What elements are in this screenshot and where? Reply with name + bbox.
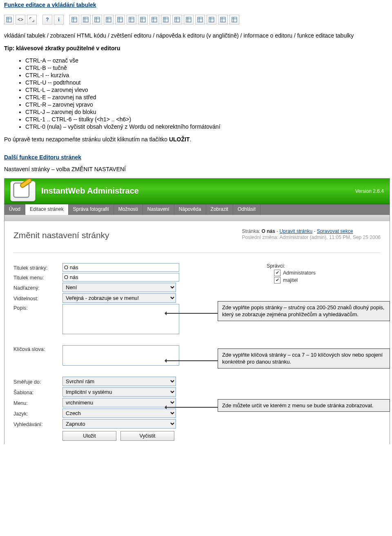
toolbar-description: vkládání tabulek / zobrazení HTML kódu /… [4,32,388,40]
menu-item-úvod[interactable]: Úvod [4,204,25,215]
svg-rect-15 [118,17,122,22]
menu-item-možnosti[interactable]: Možnosti [114,204,143,215]
shortcut-item: CTRL-E – zarovnej na střed [25,94,388,100]
table-grid2-icon[interactable] [229,15,239,25]
label-language: Jazyk: [13,410,62,417]
row-insert-after-icon[interactable] [138,15,148,25]
code-brackets-icon[interactable]: <> [16,15,25,25]
cell-props-icon[interactable] [184,15,194,25]
table-icon[interactable] [4,15,14,25]
label-description: Popis: [13,304,62,311]
shortcut-item: CTRL-J – zarovnej do bloku [25,109,388,115]
label-menu-title: Titulek menu: [13,274,62,281]
callout-menu-text: Zde můžete určit ve kterém z menu se bud… [222,402,374,409]
shortcut-item: CTRL-I -- kurzíva [25,72,388,78]
table-props-icon[interactable] [81,15,91,25]
select-visibility[interactable]: Veřejná - zobrazuje se v menu! [62,293,176,303]
save-button[interactable]: Uložit [62,431,116,441]
admin-name-1: Administrators [283,270,316,276]
select-search[interactable]: Zapnuto [62,419,176,429]
row-delete-icon[interactable] [149,15,159,25]
svg-rect-39 [209,17,214,22]
save-instruction-strong: ULOŽIT [169,136,190,143]
link-edit-page[interactable]: Upravit stránku [280,228,313,234]
menu-item-nápověda[interactable]: Nápověda [174,204,206,215]
save-instruction: Po úpravě textu nezapomeňte stránku ulož… [4,136,388,143]
menu-item-nastavení[interactable]: Nastavení [143,204,174,215]
shortcut-item: CTRL-L – zarovnej vlevo [25,87,388,93]
section-heading-tables: Funkce editace a vkládání tabulek [4,2,96,8]
input-page-title[interactable] [62,263,179,272]
table-row-icon[interactable] [161,15,171,25]
save-instruction-pre: Po úpravě textu nezapomeňte stránku ulož… [4,136,169,143]
callout-description-text: Zde vyplňte popis stránky – stručný cca … [222,304,384,318]
label-page-title: Titulek stránky: [13,264,62,271]
link-manage-sections[interactable]: Spravovat sekce [317,228,353,234]
app-logo-icon [10,181,36,201]
label-keywords: Klíčová slova: [13,345,62,352]
clear-button[interactable]: Vyčistit [120,431,174,441]
shortcut-item: CTRL-A -- označ vše [25,57,388,64]
menu-item-editace-stránek[interactable]: Editace stránek [25,204,69,215]
input-menu-title[interactable] [62,273,179,281]
svg-rect-27 [163,17,168,22]
textarea-keywords[interactable] [62,345,179,366]
merge-cells-icon[interactable] [195,15,205,25]
shortcut-item: CTRL-1 .. CTRL-6 -- titulky (<h1> .. <h6… [25,116,388,123]
meta-dash-1: - [275,228,280,234]
select-target[interactable]: Svrchní rám [62,377,176,386]
select-menu[interactable]: vrchnimenu [62,398,176,407]
select-parent[interactable]: Není [62,283,176,292]
info-icon[interactable]: i [54,15,64,25]
callout-description: Zde vyplňte popis stránky – stručný cca … [218,301,390,321]
meta-page-name: O nás [262,228,275,234]
editor-toolbar: <>?i [4,15,388,25]
col-delete-icon[interactable] [115,15,125,25]
app-window: InstantWeb Administrace Version 2.6.4 Úv… [4,178,390,444]
menu-item-odhlásit[interactable]: Odhlásit [233,204,261,215]
svg-rect-12 [106,17,111,22]
callout-keywords: Zde vyplňte klíčová stránky – cca 7 – 10… [218,348,390,368]
select-template[interactable]: Implicitní v systému [62,387,176,397]
app-header: InstantWeb Administrace Version 2.6.4 [4,179,390,204]
checkbox-admin-1[interactable]: ✔ [274,270,281,276]
label-target: Směřuje do: [13,378,62,385]
table-rows-icon[interactable] [172,15,182,25]
page-title: Změnit nastavení stránky [13,230,109,240]
svg-rect-21 [140,17,145,22]
label-admins: Správci: [267,262,377,269]
svg-rect-9 [95,17,100,22]
svg-rect-30 [175,17,180,22]
col-insert-before-icon[interactable] [92,15,102,25]
page-meta: Stránka: O nás - Upravit stránku - Sprav… [242,228,381,240]
row-insert-before-icon[interactable] [127,15,136,25]
meta-last-change: Poslední změna: Administrator (admin), 1… [242,234,381,240]
label-search: Vyhledávání: [13,420,62,427]
label-parent: Nadřazený: [13,284,62,291]
menu-underbar [4,215,390,221]
checkbox-admin-2[interactable]: ✔ [274,277,281,284]
meta-page-label: Stránka: [242,228,260,234]
menu-item-správa-fotografií[interactable]: Správa fotografií [69,204,114,215]
help-icon[interactable]: ? [42,15,52,25]
svg-rect-18 [129,17,134,22]
table-grid-icon[interactable] [218,15,228,25]
callout-menu: Zde můžete určit ve kterém z menu se bud… [218,399,390,412]
section-heading-more-functions: Další funkce Editoru stránek [4,154,81,161]
textarea-description[interactable] [62,304,179,334]
menu-item-zobrazit[interactable]: Zobrazit [206,204,233,215]
select-language[interactable]: Czech [62,409,176,418]
col-insert-after-icon[interactable] [104,15,114,25]
app-main-menu: ÚvodEditace stránekSpráva fotografiíMožn… [4,204,390,215]
svg-rect-45 [232,17,237,22]
table-edit-icon[interactable] [69,15,79,25]
split-cell-icon[interactable] [207,15,216,25]
app-title: InstantWeb Administrace [41,186,139,196]
shortcut-item: CTRL-U -- podtrhnout [25,79,388,86]
callout-keywords-text: Zde vyplňte klíčová stránky – cca 7 – 10… [222,352,383,365]
svg-rect-24 [152,17,157,22]
admin-name-2: majitel [283,277,298,283]
expand-icon[interactable] [27,15,37,25]
svg-rect-42 [220,17,225,22]
shortcuts-list: CTRL-A -- označ všeCTRL-B -- tučněCTRL-I… [25,57,388,130]
